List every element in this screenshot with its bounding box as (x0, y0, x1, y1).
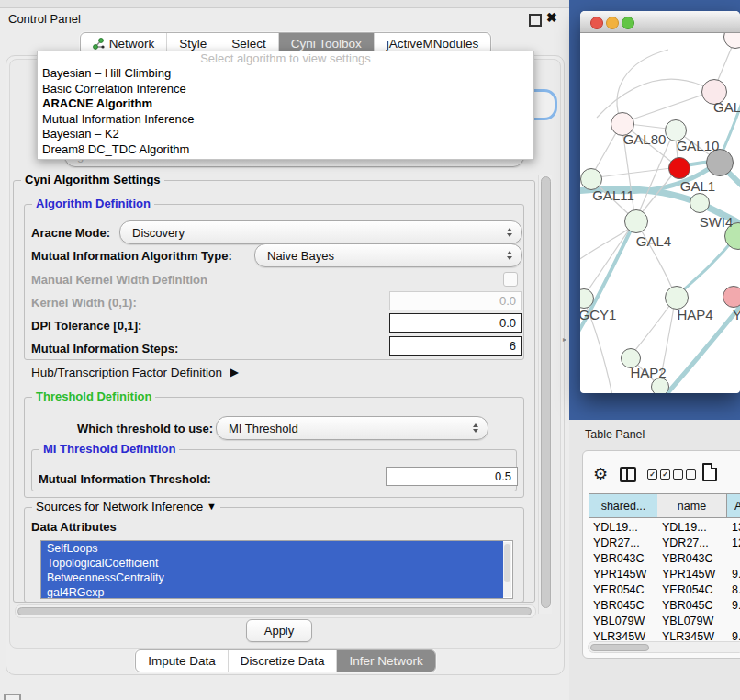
attr-item-selected[interactable]: BetweennessCentrality (41, 570, 503, 585)
mi-threshold-definition-title: MI Threshold Definition (39, 442, 179, 456)
cell[interactable]: 8. (727, 581, 740, 597)
algorithm-item[interactable]: Dream8 DC_TDC Algorithm (42, 142, 533, 158)
mi-type-label: Mutual Information Algorithm Type: (31, 249, 232, 263)
unselect-all-columns-icon[interactable] (673, 469, 696, 480)
close-icon[interactable]: ✖ (546, 10, 557, 25)
network-node[interactable] (723, 286, 740, 308)
cell[interactable]: YDR27... (657, 535, 726, 550)
node-label: GAL11 (592, 187, 634, 203)
attr-item-selected[interactable]: TopologicalCoefficient (41, 556, 503, 570)
cell[interactable]: YBL079W (589, 613, 657, 628)
algorithm-item-selected[interactable]: ARACNE Algorithm (42, 96, 533, 112)
cell[interactable]: YER054C (589, 581, 657, 597)
popup-placeholder: Select algorithm to view settings (38, 51, 533, 66)
expander-arrow-right-icon: ▶ (230, 366, 239, 378)
cell[interactable]: 9. (727, 597, 740, 613)
tab-discretize-data[interactable]: Discretize Data (228, 650, 337, 672)
tab-network-label: Network (109, 37, 155, 51)
cell[interactable]: YER054C (657, 581, 726, 597)
algorithm-item[interactable]: Bayesian – K2 (42, 127, 533, 142)
mi-type-combo[interactable]: Naive Bayes (254, 243, 522, 267)
cell[interactable]: 13 (727, 519, 740, 535)
cell[interactable] (727, 550, 740, 566)
close-traffic-icon[interactable] (590, 17, 603, 29)
node-label: SWI4 (700, 214, 734, 230)
cyni-bottom-tabbar: Impute Data Discretize Data Infer Networ… (0, 649, 571, 672)
cell[interactable]: YDL19... (657, 519, 726, 535)
node-label: GAL10 (677, 138, 720, 153)
mi-steps-label: Mutual Information Steps: (31, 342, 178, 356)
minimize-traffic-icon[interactable] (606, 17, 619, 29)
network-icon (93, 38, 105, 50)
cell[interactable]: YBR045C (657, 597, 726, 613)
node-label: GAL (713, 99, 740, 115)
cell[interactable]: 12 (727, 535, 740, 550)
table-panel-title: Table Panel (585, 428, 645, 441)
cell[interactable] (727, 613, 740, 628)
kernel-width-label: Kernel Width (0,1): (31, 296, 137, 310)
cell[interactable]: YPR145W (657, 566, 726, 581)
network-node-gal1[interactable] (668, 157, 690, 179)
threshold-definition-title: Threshold Definition (32, 390, 155, 403)
col-header-name[interactable]: name (657, 493, 727, 518)
hub-expander[interactable]: Hub/Transcription Factor Definition ▶ (31, 366, 234, 379)
col-header-partial[interactable]: A (727, 493, 740, 518)
combo-stepper-icon (507, 228, 512, 237)
select-all-columns-icon[interactable]: ✓✓ (647, 469, 670, 480)
node-label: GAL80 (623, 131, 667, 147)
show-columns-icon[interactable] (620, 467, 636, 482)
tab-impute-data[interactable]: Impute Data (136, 650, 228, 672)
cell[interactable]: YBR045C (589, 597, 657, 613)
zoom-traffic-icon[interactable] (622, 17, 634, 29)
node-label: GAL1 (680, 178, 715, 194)
toolbar-bottom-strip (0, 0, 571, 8)
table-hscrollbar[interactable] (588, 641, 740, 653)
network-window-titlebar[interactable] (580, 11, 740, 33)
algorithm-item[interactable]: Bayesian – Hill Climbing (42, 66, 533, 82)
network-canvas[interactable]: GAL GAL80 GAL10 GAL1 GAL11 SWI4 GAL4 GCY… (580, 33, 740, 393)
sources-group-title[interactable]: Sources for Network Inference ▼ (32, 500, 220, 514)
mi-threshold-label: Mutual Information Threshold: (39, 472, 211, 486)
algorithm-definition-title: Algorithm Definition (32, 197, 154, 210)
which-threshold-combo[interactable]: MI Threshold (216, 416, 488, 440)
aracne-mode-label: Aracne Mode: (31, 226, 110, 240)
cell[interactable]: YDL19... (589, 519, 657, 535)
tab-infer-network[interactable]: Infer Network (336, 650, 434, 672)
screen: Control Panel ✖ Network Style Select Cyn… (0, 0, 740, 700)
dpi-tolerance-label: DPI Tolerance [0,1]: (31, 319, 141, 333)
gear-icon[interactable]: ⚙ (593, 464, 608, 484)
node-label: GAL4 (636, 233, 671, 249)
which-threshold-label: Which threshold to use: (77, 422, 213, 435)
cell[interactable]: YBL079W (657, 613, 726, 628)
network-node[interactable] (690, 193, 710, 213)
col-header-shared-name[interactable]: shared... (589, 493, 658, 518)
mi-steps-input[interactable]: 6 (389, 336, 522, 356)
dpi-tolerance-input[interactable]: 0.0 (389, 313, 522, 333)
attr-item-selected[interactable]: SelfLoops (41, 541, 503, 556)
cell[interactable]: YDR27... (589, 535, 657, 550)
kernel-width-input[interactable]: 0.0 (389, 291, 522, 310)
cell[interactable]: YBR043C (657, 550, 726, 566)
cell[interactable]: YBR043C (589, 550, 657, 566)
panel-title: Control Panel (8, 12, 81, 26)
attr-list-scrollbar[interactable] (503, 542, 511, 597)
split-divider-handle-icon[interactable]: ▸ (563, 335, 566, 344)
mi-threshold-input[interactable]: 0.5 (386, 467, 518, 486)
collapsed-panel-icon[interactable] (4, 694, 21, 700)
cell[interactable]: YPR145W (589, 566, 657, 581)
cell[interactable]: 9. (727, 566, 740, 581)
network-view-window[interactable]: GAL GAL80 GAL10 GAL1 GAL11 SWI4 GAL4 GCY… (580, 11, 740, 393)
aracne-mode-combo[interactable]: Discovery (119, 220, 522, 244)
settings-hscrollbar[interactable] (15, 604, 536, 618)
settings-vscrollbar[interactable] (538, 175, 552, 614)
apply-button[interactable]: Apply (246, 619, 312, 642)
network-node[interactable] (624, 209, 648, 233)
algorithm-item[interactable]: Basic Correlation Inference (42, 82, 533, 97)
float-panel-icon[interactable] (529, 14, 542, 27)
combo-stepper-icon (507, 251, 512, 260)
data-attributes-list[interactable]: SelfLoops TopologicalCoefficient Between… (40, 540, 513, 599)
algorithm-item[interactable]: Mutual Information Inference (42, 112, 533, 128)
manual-kernel-checkbox[interactable] (503, 272, 518, 287)
new-document-icon[interactable] (702, 463, 717, 481)
attr-item-selected[interactable]: gal4RGexp (41, 585, 503, 599)
